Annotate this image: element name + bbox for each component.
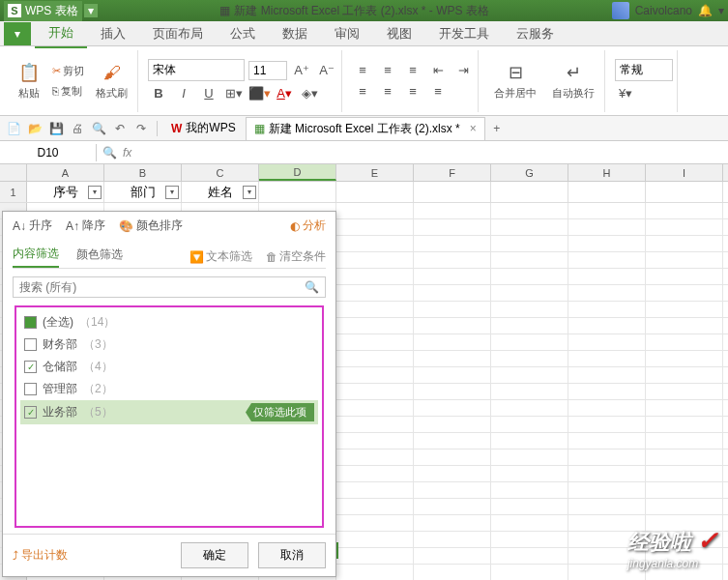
paste-button[interactable]: 📋 粘贴 [12,57,46,104]
size-select[interactable]: 11 [248,61,287,80]
cell-G1[interactable] [491,182,568,202]
search-icon[interactable]: 🔍 [102,146,117,160]
align-center[interactable]: ≡ [377,82,398,102]
col-D[interactable]: D [259,164,336,181]
filter-item-3[interactable]: 管理部（2） [20,378,318,400]
cell-E1[interactable] [336,182,414,202]
color-filter-tab[interactable]: 颜色筛选 [76,246,123,267]
cell-B1[interactable]: 部门▾ [104,182,182,202]
col-G[interactable]: G [491,164,568,181]
preview-icon[interactable]: 🔍 [89,119,108,138]
sort-asc-button[interactable]: A↓升序 [13,218,52,234]
mywps-tab[interactable]: W 我的WPS [163,117,244,139]
fx-icon[interactable]: fx [123,146,131,160]
align-right[interactable]: ≡ [402,82,423,102]
align-middle[interactable]: ≡ [377,61,398,80]
cell-H1[interactable] [568,182,646,202]
app-menu-dropdown[interactable]: ▾ [84,4,98,17]
grow-font[interactable]: A⁺ [291,61,312,80]
namebox[interactable]: D10 [0,144,97,161]
clear-button[interactable]: 🗑清空条件 [266,248,326,265]
cancel-button[interactable]: 取消 [258,542,326,568]
redo-icon[interactable]: ↷ [131,119,151,138]
save-icon[interactable]: 💾 [46,119,66,138]
col-A[interactable]: A [27,164,104,181]
cut-button[interactable]: ✂剪切 [50,62,86,80]
col-B[interactable]: B [104,164,182,181]
select-all[interactable] [0,164,27,181]
filter-btn-C[interactable]: ▾ [243,186,256,199]
shrink-font[interactable]: A⁻ [316,61,337,80]
search-input[interactable] [19,280,305,294]
notification-icon[interactable]: 🔔 [698,4,713,17]
checkbox-3[interactable] [24,383,37,395]
filter-item-4[interactable]: ✓ 业务部（5） 仅筛选此项 [20,400,318,424]
app-logo[interactable]: S WPS 表格 [4,1,82,21]
ok-button[interactable]: 确定 [181,542,248,568]
cell-F1[interactable] [414,182,491,202]
filter-item-all[interactable]: (全选)（14） [20,311,318,334]
cell-A1[interactable]: 序号▾ [27,182,104,202]
wrap-button[interactable]: ↵ 自动换行 [546,57,600,104]
effects-button[interactable]: ◈▾ [299,83,320,102]
cell-C1[interactable]: 姓名▾ [182,182,259,202]
sort-desc-button[interactable]: A↑降序 [66,218,105,234]
filter-search[interactable]: 🔍 [13,276,326,298]
currency-button[interactable]: ¥▾ [615,83,636,102]
border-button[interactable]: ⊞▾ [223,83,245,102]
file-menu[interactable]: ▾ [4,22,31,45]
tab-insert[interactable]: 插入 [87,20,139,47]
doc-tab[interactable]: ▦ 新建 Microsoft Excel 工作表 (2).xlsx * × [246,117,485,140]
filter-item-1[interactable]: 财务部（3） [20,334,318,356]
merge-button[interactable]: ⊟ 合并居中 [488,57,542,104]
avatar[interactable] [612,2,629,19]
format-painter-button[interactable]: 🖌 格式刷 [90,57,133,104]
dropdown-icon[interactable]: ▾ [718,4,724,17]
align-justify[interactable]: ≡ [427,82,449,102]
align-top[interactable]: ≡ [352,61,373,80]
col-C[interactable]: C [182,164,259,181]
tab-review[interactable]: 审阅 [321,20,373,47]
analysis-button[interactable]: ◐分析 [290,218,326,234]
checkbox-4[interactable]: ✓ [24,406,37,419]
indent-dec[interactable]: ⇤ [427,61,449,80]
fill-button[interactable]: ⬛▾ [248,83,270,102]
col-E[interactable]: E [336,164,414,181]
tab-layout[interactable]: 页面布局 [139,20,217,47]
only-this-button[interactable]: 仅筛选此项 [246,403,314,421]
align-left[interactable]: ≡ [352,82,373,102]
tab-start[interactable]: 开始 [35,19,87,48]
tab-data[interactable]: 数据 [269,20,321,47]
checkbox-all[interactable] [24,316,37,329]
row-header-1[interactable]: 1 [0,182,27,202]
filter-btn-B[interactable]: ▾ [165,186,179,199]
cell-I1[interactable] [646,182,723,202]
print-icon[interactable]: 🖨 [68,119,87,138]
tab-formula[interactable]: 公式 [217,20,269,47]
tab-view[interactable]: 视图 [373,20,425,47]
font-select[interactable]: 宋体 [148,59,245,81]
new-icon[interactable]: 📄 [4,119,23,138]
font-color-button[interactable]: A▾ [274,83,295,102]
close-tab-icon[interactable]: × [470,122,477,135]
search-icon[interactable]: 🔍 [305,280,319,294]
export-count-button[interactable]: ⤴导出计数 [13,547,68,564]
col-H[interactable]: H [568,164,646,181]
col-F[interactable]: F [414,164,491,181]
align-bottom[interactable]: ≡ [402,61,423,80]
filter-item-2[interactable]: ✓ 仓储部（4） [20,356,318,378]
indent-inc[interactable]: ⇥ [452,61,474,80]
filter-btn-A[interactable]: ▾ [88,186,102,199]
add-tab[interactable]: + [487,119,507,138]
sort-color-button[interactable]: 🎨颜色排序 [119,218,183,234]
number-format[interactable]: 常规 [615,59,673,81]
checkbox-1[interactable] [24,338,37,351]
content-filter-tab[interactable]: 内容筛选 [13,246,59,268]
italic-button[interactable]: I [173,83,194,102]
text-filter-button[interactable]: 🔽文本筛选 [189,248,252,265]
open-icon[interactable]: 📂 [25,119,44,138]
tab-cloud[interactable]: 云服务 [503,20,568,47]
checkbox-2[interactable]: ✓ [24,361,37,373]
bold-button[interactable]: B [148,83,169,102]
tab-devtools[interactable]: 开发工具 [425,20,503,47]
